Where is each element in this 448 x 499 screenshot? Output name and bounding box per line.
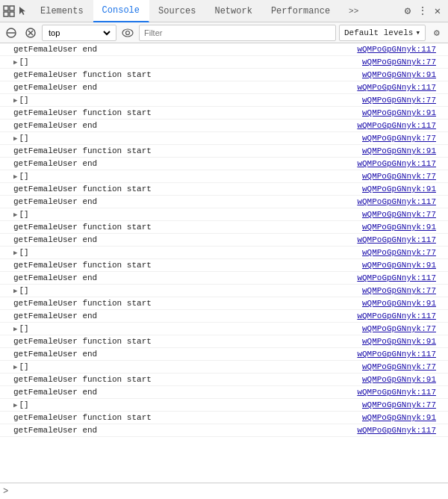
row-source-link[interactable]: wQMPoGpGNnyk:91 [362,413,448,422]
row-source-link[interactable]: wQMPoGpGNnyk:117 [357,121,448,130]
row-text: ▶[] [12,96,362,105]
expand-arrow-icon[interactable]: ▶ [13,135,17,143]
cursor-icon[interactable] [16,5,28,17]
row-source-link[interactable]: wQMPoGpGNnyk:117 [357,312,448,320]
console-row: getFemaleUser endwQMPoGpGNnyk:117 [0,234,448,247]
row-source-link[interactable]: wQMPoGpGNnyk:91 [362,108,448,117]
row-source-link[interactable]: wQMPoGpGNnyk:91 [362,375,448,384]
row-source-link[interactable]: wQMPoGpGNnyk:91 [362,185,448,193]
expand-arrow-icon[interactable]: ▶ [13,288,17,295]
more-options-icon[interactable]: ⋮ [417,5,429,17]
row-text: getFemaleUser function start [12,337,362,346]
svg-rect-1 [10,6,14,10]
row-text: getFemaleUser function start [12,146,362,155]
row-source-link[interactable]: wQMPoGpGNnyk:77 [362,134,448,143]
console-row: getFemaleUser function startwQMPoGpGNnyk… [0,221,448,234]
levels-dropdown[interactable]: Default levels ▾ [339,25,426,41]
row-source-link[interactable]: wQMPoGpGNnyk:91 [362,70,448,79]
more-tabs-button[interactable]: >> [340,0,368,22]
console-row: ▶[]wQMPoGpGNnyk:77 [0,208,448,221]
row-text: ▶[] [12,400,362,409]
row-source-link[interactable]: wQMPoGpGNnyk:117 [357,197,448,206]
console-row: ▶[]wQMPoGpGNnyk:77 [0,170,448,183]
row-source-link[interactable]: wQMPoGpGNnyk:91 [362,223,448,232]
row-text: ▶[] [12,172,362,181]
tab-elements[interactable]: Elements [31,0,93,22]
row-source-link[interactable]: wQMPoGpGNnyk:91 [362,146,448,155]
console-row: getFemaleUser function startwQMPoGpGNnyk… [0,145,448,158]
row-text: getFemaleUser end [12,273,357,282]
expand-arrow-icon[interactable]: ▶ [13,250,17,257]
expand-arrow-icon[interactable]: ▶ [13,364,17,371]
row-text: getFemaleUser function start [12,375,362,384]
expand-arrow-icon[interactable]: ▶ [13,211,17,219]
console-row: ▶[]wQMPoGpGNnyk:77 [0,94,448,107]
svg-point-9 [122,29,133,37]
svg-point-10 [126,31,130,34]
console-output[interactable]: getFemaleUser endwQMPoGpGNnyk:117▶[]wQMP… [0,43,448,483]
stop-icon[interactable] [3,25,19,41]
filter-input[interactable] [139,25,336,41]
expand-arrow-icon[interactable]: ▶ [13,173,17,181]
row-source-link[interactable]: wQMPoGpGNnyk:77 [362,286,448,295]
row-source-link[interactable]: wQMPoGpGNnyk:77 [362,58,448,66]
svg-rect-2 [4,12,8,16]
row-source-link[interactable]: wQMPoGpGNnyk:77 [362,248,448,257]
console-row: ▶[]wQMPoGpGNnyk:77 [0,247,448,259]
row-source-link[interactable]: wQMPoGpGNnyk:117 [357,235,448,244]
row-source-link[interactable]: wQMPoGpGNnyk:117 [357,83,448,92]
console-row: getFemaleUser endwQMPoGpGNnyk:117 [0,43,448,56]
console-row: getFemaleUser endwQMPoGpGNnyk:117 [0,81,448,94]
row-text: getFemaleUser function start [12,70,362,79]
expand-arrow-icon[interactable]: ▶ [13,97,17,105]
console-input-field[interactable] [11,487,445,496]
row-text: getFemaleUser function start [12,108,362,117]
row-text: getFemaleUser function start [12,261,362,270]
row-text: getFemaleUser end [12,388,357,397]
devtools-left-icons [0,5,31,17]
row-text: ▶[] [12,286,362,295]
row-source-link[interactable]: wQMPoGpGNnyk:91 [362,337,448,346]
expand-arrow-icon[interactable]: ▶ [13,402,17,409]
settings-icon[interactable]: ⚙ [402,5,414,17]
row-source-link[interactable]: wQMPoGpGNnyk:117 [357,273,448,282]
row-source-link[interactable]: wQMPoGpGNnyk:117 [357,426,448,435]
console-row: ▶[]wQMPoGpGNnyk:77 [0,323,448,335]
expand-arrow-icon[interactable]: ▶ [13,326,17,333]
row-text: ▶[] [12,324,362,333]
tab-console[interactable]: Console [93,0,149,22]
expand-arrow-icon[interactable]: ▶ [13,59,17,66]
context-selector[interactable]: top [42,25,116,41]
row-text: getFemaleUser function start [12,185,362,193]
row-source-link[interactable]: wQMPoGpGNnyk:117 [357,159,448,168]
console-row: ▶[]wQMPoGpGNnyk:77 [0,285,448,297]
row-text: getFemaleUser end [12,235,357,244]
tab-network[interactable]: Network [205,0,261,22]
row-text: getFemaleUser end [12,312,357,320]
row-text: ▶[] [12,362,362,371]
row-source-link[interactable]: wQMPoGpGNnyk:77 [362,96,448,105]
eye-icon[interactable] [119,25,136,41]
row-source-link[interactable]: wQMPoGpGNnyk:77 [362,172,448,181]
row-source-link[interactable]: wQMPoGpGNnyk:77 [362,362,448,371]
tab-sources[interactable]: Sources [149,0,205,22]
close-icon[interactable]: ✕ [432,5,444,17]
row-source-link[interactable]: wQMPoGpGNnyk:117 [357,45,448,54]
console-row: ▶[]wQMPoGpGNnyk:77 [0,399,448,412]
console-prompt: > [3,486,8,497]
row-source-link[interactable]: wQMPoGpGNnyk:91 [362,299,448,308]
row-source-link[interactable]: wQMPoGpGNnyk:77 [362,210,448,219]
row-source-link[interactable]: wQMPoGpGNnyk:117 [357,350,448,359]
context-select-input[interactable]: top [46,28,113,38]
row-text: getFemaleUser end [12,45,357,54]
tab-performance[interactable]: Performance [262,0,340,22]
row-source-link[interactable]: wQMPoGpGNnyk:117 [357,388,448,397]
inspect-icon[interactable] [3,5,15,17]
row-text: getFemaleUser end [12,197,357,206]
console-settings-icon[interactable]: ⚙ [429,25,445,41]
row-source-link[interactable]: wQMPoGpGNnyk:91 [362,261,448,270]
row-source-link[interactable]: wQMPoGpGNnyk:77 [362,324,448,333]
console-row: getFemaleUser function startwQMPoGpGNnyk… [0,374,448,386]
row-source-link[interactable]: wQMPoGpGNnyk:77 [362,400,448,409]
clear-console-icon[interactable] [22,25,39,41]
